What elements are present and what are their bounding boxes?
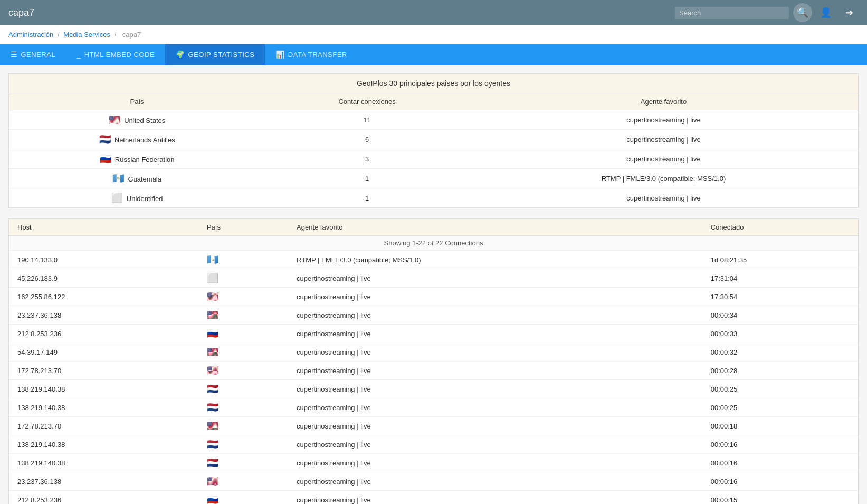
showing-row: Showing 1-22 of 22 Connections (9, 236, 858, 251)
list-item: 172.78.213.70 🇺🇸 cupertinostreaming | li… (9, 417, 858, 435)
conn-host: 23.237.36.138 (9, 472, 198, 491)
conn-host: 172.78.213.70 (9, 417, 198, 435)
geo-agent: cupertinostreaming | live (469, 188, 858, 208)
list-item: 23.237.36.138 🇺🇸 cupertinostreaming | li… (9, 306, 858, 325)
geo-agent: cupertinostreaming | live (469, 149, 858, 169)
conn-flag: ⬜ (198, 269, 288, 288)
conn-host: 54.39.17.149 (9, 343, 198, 362)
geoip-table: País Contar conexiones Agente favorito 🇺… (9, 93, 858, 207)
conn-agent: cupertinostreaming | live (288, 306, 702, 325)
list-item: 54.39.17.149 🇺🇸 cupertinostreaming | liv… (9, 343, 858, 362)
geo-connections: 3 (265, 149, 469, 169)
table-row: 🇬🇹 Guatemala 1 RTMP | FMLE/3.0 (compatib… (9, 169, 858, 188)
search-button[interactable]: 🔍 (793, 3, 812, 22)
table-row: 🇳🇱 Netherlands Antilles 6 cupertinostrea… (9, 130, 858, 149)
breadcrumb: Administración / Media Services / capa7 (0, 25, 867, 44)
conn-col-agente: Agente favorito (288, 219, 702, 236)
conn-time: 00:00:18 (702, 417, 858, 435)
geo-country: 🇳🇱 Netherlands Antilles (9, 130, 265, 149)
geo-agent: cupertinostreaming | live (469, 130, 858, 149)
conn-host: 138.219.140.38 (9, 435, 198, 454)
conn-agent: cupertinostreaming | live (288, 362, 702, 380)
user-button[interactable]: 👤 (816, 3, 835, 22)
conn-host: 212.8.253.236 (9, 325, 198, 343)
conn-agent: cupertinostreaming | live (288, 288, 702, 306)
tab-html-embed[interactable]: ⎯ HTML EMBED CODE (66, 44, 165, 65)
topbar: capa7 🔍 👤 ➔ (0, 0, 867, 25)
col-conexiones: Contar conexiones (265, 93, 469, 110)
geo-country: 🇬🇹 Guatemala (9, 169, 265, 188)
geo-country: 🇺🇸 United States (9, 110, 265, 130)
table-row: 🇺🇸 United States 11 cupertinostreaming |… (9, 110, 858, 130)
conn-flag: 🇳🇱 (198, 435, 288, 454)
geo-agent: cupertinostreaming | live (469, 110, 858, 130)
list-item: 190.14.133.0 🇬🇹 RTMP | FMLE/3.0 (compati… (9, 251, 858, 269)
conn-flag: 🇷🇺 (198, 325, 288, 343)
tab-data-transfer[interactable]: 📊 DATA TRANSFER (265, 44, 357, 65)
conn-time: 00:00:33 (702, 325, 858, 343)
breadcrumb-sep2: / (115, 31, 118, 39)
conn-flag: 🇷🇺 (198, 491, 288, 505)
conn-flag: 🇳🇱 (198, 398, 288, 417)
connections-table: Host País Agente favorito Conectado Show… (9, 219, 858, 504)
main-content: GeoIPlos 30 principales paises por los o… (0, 65, 867, 504)
conn-host: 138.219.140.38 (9, 398, 198, 417)
conn-host: 138.219.140.38 (9, 380, 198, 398)
conn-time: 00:00:28 (702, 362, 858, 380)
search-input[interactable] (679, 9, 785, 17)
geo-country: 🇷🇺 Russian Federation (9, 149, 265, 169)
conn-time: 00:00:15 (702, 491, 858, 505)
showing-text: Showing 1-22 of 22 Connections (9, 236, 858, 251)
conn-col-conectado: Conectado (702, 219, 858, 236)
tab-general-label: GENERAL (21, 51, 56, 59)
conn-agent: RTMP | FMLE/3.0 (compatible; MSS/1.0) (288, 251, 702, 269)
conn-time: 00:00:25 (702, 380, 858, 398)
list-item: 138.219.140.38 🇳🇱 cupertinostreaming | l… (9, 398, 858, 417)
tab-general[interactable]: ☰ GENERAL (0, 44, 66, 65)
breadcrumb-media-services[interactable]: Media Services (63, 31, 110, 39)
conn-host: 138.219.140.38 (9, 454, 198, 472)
connections-section: Host País Agente favorito Conectado Show… (8, 218, 859, 504)
tab-data-label: DATA TRANSFER (288, 51, 347, 59)
list-item: 162.255.86.122 🇺🇸 cupertinostreaming | l… (9, 288, 858, 306)
breadcrumb-capa7: capa7 (122, 31, 141, 39)
breadcrumb-sep1: / (58, 31, 61, 39)
table-row: 🇷🇺 Russian Federation 3 cupertinostreami… (9, 149, 858, 169)
conn-time: 00:00:16 (702, 472, 858, 491)
conn-time: 00:00:16 (702, 435, 858, 454)
list-item: 45.226.183.9 ⬜ cupertinostreaming | live… (9, 269, 858, 288)
geoip-section: GeoIPlos 30 principales paises por los o… (8, 73, 859, 208)
logout-button[interactable]: ➔ (840, 3, 859, 22)
conn-agent: cupertinostreaming | live (288, 343, 702, 362)
app-title: capa7 (8, 7, 675, 18)
geo-connections: 11 (265, 110, 469, 130)
conn-host: 190.14.133.0 (9, 251, 198, 269)
list-item: 138.219.140.38 🇳🇱 cupertinostreaming | l… (9, 435, 858, 454)
conn-agent: cupertinostreaming | live (288, 435, 702, 454)
conn-time: 1d 08:21:35 (702, 251, 858, 269)
conn-host: 212.8.253.236 (9, 491, 198, 505)
geo-connections: 1 (265, 169, 469, 188)
conn-time: 17:30:54 (702, 288, 858, 306)
conn-time: 00:00:16 (702, 454, 858, 472)
conn-agent: cupertinostreaming | live (288, 417, 702, 435)
conn-agent: cupertinostreaming | live (288, 491, 702, 505)
geoip-icon: 🌍 (176, 50, 185, 59)
general-icon: ☰ (11, 50, 18, 59)
tab-geoip[interactable]: 🌍 GEOIP STATISTICS (165, 44, 265, 65)
breadcrumb-administracion[interactable]: Administración (8, 31, 53, 39)
conn-host: 45.226.183.9 (9, 269, 198, 288)
conn-time: 00:00:34 (702, 306, 858, 325)
conn-agent: cupertinostreaming | live (288, 269, 702, 288)
topbar-icons: 🔍 👤 ➔ (793, 3, 859, 22)
conn-agent: cupertinostreaming | live (288, 380, 702, 398)
conn-flag: 🇬🇹 (198, 251, 288, 269)
conn-flag: 🇺🇸 (198, 306, 288, 325)
conn-flag: 🇳🇱 (198, 454, 288, 472)
geo-agent: RTMP | FMLE/3.0 (compatible; MSS/1.0) (469, 169, 858, 188)
conn-time: 00:00:25 (702, 398, 858, 417)
conn-time: 00:00:32 (702, 343, 858, 362)
conn-col-pais: País (198, 219, 288, 236)
conn-flag: 🇺🇸 (198, 362, 288, 380)
conn-host: 162.255.86.122 (9, 288, 198, 306)
